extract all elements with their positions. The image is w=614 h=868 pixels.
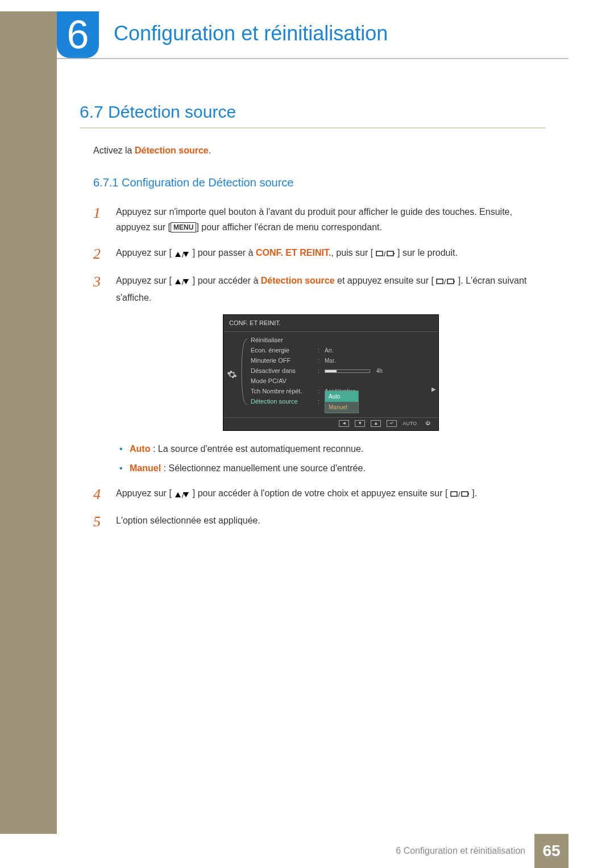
step-5: 5 L'option sélectionnée est appliquée. (93, 513, 546, 528)
osd-item-desactiver: Désactiver dans : 4h (240, 366, 438, 376)
chapter-number-badge: 6 (57, 11, 99, 58)
osd-label: Réinitialiser (251, 335, 318, 346)
step-4: 4 Appuyez sur [ / ] pour accéder à l'opt… (93, 485, 546, 502)
source-enter-icon: / (450, 487, 470, 502)
source-enter-icon: / (436, 275, 455, 290)
step-2-number: 2 (93, 242, 101, 267)
svg-marker-8 (183, 279, 189, 284)
subsection-heading: 6.7.1 Configuration de Détection source (93, 176, 546, 189)
step-2: 2 Appuyez sur [ / ] pour passer à CONF. … (93, 245, 546, 262)
osd-item-mode-pcav: Mode PC/AV (240, 376, 438, 387)
bullet-auto: Auto : La source d'entrée est automatiqu… (118, 442, 546, 456)
svg-marker-14 (183, 492, 189, 497)
step-3-highlight: Détection source (261, 276, 335, 285)
nav-down-icon: ▼ (355, 420, 365, 427)
section-heading: 6.7 Détection source (80, 102, 546, 122)
bullet-manuel-text: : Sélectionnez manuellement une source d… (161, 463, 366, 473)
svg-text:/: / (444, 278, 446, 285)
bullet-auto-text: : La source d'entrée est automatiquement… (150, 444, 363, 454)
osd-value: Arr. (325, 346, 436, 355)
svg-marker-0 (175, 252, 181, 257)
osd-category-icon-col (223, 332, 240, 417)
step-1-text-b: ] pour afficher l'écran de menu correspo… (196, 222, 382, 232)
enter-icon: ↵ (387, 420, 397, 427)
step-2-text-d: ] sur le produit. (397, 248, 458, 258)
svg-marker-2 (183, 252, 189, 257)
section-rule (80, 127, 546, 128)
svg-rect-15 (451, 492, 457, 496)
step-2-text-a: Appuyez sur [ (116, 248, 172, 258)
svg-text:/: / (384, 250, 386, 258)
step-4-text-a: Appuyez sur [ (116, 488, 172, 498)
chapter-title: Configuration et réinitialisation (114, 22, 388, 45)
intro-suffix: . (209, 146, 211, 155)
svg-rect-5 (387, 251, 393, 256)
osd-item-reinitialiser: Réinitialiser (240, 335, 438, 346)
footer-chapter-text: 6 Configuration et réinitialisation (396, 846, 525, 856)
svg-rect-17 (462, 492, 468, 496)
step-4-number: 4 (93, 482, 101, 507)
svg-marker-6 (175, 279, 181, 284)
bullet-auto-hl: Auto (130, 444, 150, 454)
step-2-text-c: , puis sur [ (331, 248, 373, 258)
svg-rect-11 (447, 279, 454, 284)
osd-option-auto: Auto (325, 391, 358, 402)
chapter-title-rule (57, 58, 569, 59)
step-3-text-a: Appuyez sur [ (116, 276, 172, 285)
osd-label: Econ. énergie (251, 345, 318, 356)
osd-value: 4h (325, 366, 436, 376)
osd-item-minuterie: Minuterie OFF : Mar. (240, 356, 438, 366)
step-3: 3 Appuyez sur [ / ] pour accéder à Détec… (93, 273, 546, 475)
page-footer: 6 Configuration et réinitialisation 65 (57, 834, 569, 868)
slider-track (325, 369, 370, 373)
osd-colon: : (318, 386, 325, 397)
osd-colon: : (318, 366, 325, 376)
step-5-number: 5 (93, 509, 101, 534)
step-1-number: 1 (93, 201, 101, 226)
page-number: 65 (534, 834, 569, 868)
osd-label: Désactiver dans (251, 366, 318, 376)
up-down-icon: / (174, 246, 190, 261)
osd-value: Auto Manuel (325, 391, 436, 413)
osd-value: Mar. (325, 356, 436, 366)
page-content: 6.7 Détection source Activez la Détectio… (57, 102, 569, 538)
nav-up-icon: ▲ (371, 420, 381, 427)
osd-label: Tch Nombre répét. (251, 386, 318, 397)
step-2-text-b: ] pour passer à (193, 248, 256, 258)
bullet-manuel-hl: Manuel (130, 463, 161, 473)
menu-button-label: MENU (171, 222, 196, 232)
gear-icon (227, 369, 237, 380)
osd-title: CONF. ET REINIT. (223, 315, 438, 332)
intro-highlight: Détection source (135, 146, 209, 155)
intro-prefix: Activez la (93, 146, 135, 155)
osd-colon: : (318, 355, 325, 366)
intro-paragraph: Activez la Détection source. (93, 146, 546, 156)
osd-body: Réinitialiser Econ. énergie : Arr. Minut… (223, 332, 438, 417)
osd-label: Mode PC/AV (251, 376, 318, 387)
osd-dropdown: Auto Manuel (325, 391, 359, 413)
osd-item-detection-source: Détection source : Auto Manuel (240, 397, 438, 407)
svg-marker-12 (175, 492, 181, 497)
step-3-text-b: ] pour accéder à (193, 276, 261, 285)
osd-colon: : (318, 345, 325, 356)
osd-footer: ◄ ▼ ▲ ↵ AUTO ⏻ (223, 417, 438, 430)
osd-items: Réinitialiser Econ. énergie : Arr. Minut… (240, 332, 438, 417)
osd-colon: : (318, 396, 325, 407)
step-3-number: 3 (93, 269, 101, 294)
svg-rect-3 (376, 251, 383, 256)
up-down-icon: / (174, 274, 190, 289)
svg-rect-9 (437, 279, 443, 284)
osd-label: Détection source (251, 396, 318, 407)
slider-value: 4h (376, 368, 383, 374)
slider-fill (325, 370, 337, 372)
source-enter-icon: / (376, 247, 395, 262)
nav-left-icon: ◄ (339, 420, 349, 427)
step-list: 1 Appuyez sur n'importe quel bouton à l'… (93, 204, 546, 528)
power-icon: ⏻ (422, 420, 433, 427)
osd-menu-screenshot: CONF. ET REINIT. Réinitialiser (223, 314, 439, 431)
bullet-manuel: Manuel : Sélectionnez manuellement une s… (118, 462, 546, 475)
step-3-text-c: et appuyez ensuite sur [ (335, 276, 434, 285)
side-accent-bar (0, 11, 57, 834)
osd-label: Minuterie OFF (251, 355, 318, 366)
step-1: 1 Appuyez sur n'importe quel bouton à l'… (93, 204, 546, 235)
